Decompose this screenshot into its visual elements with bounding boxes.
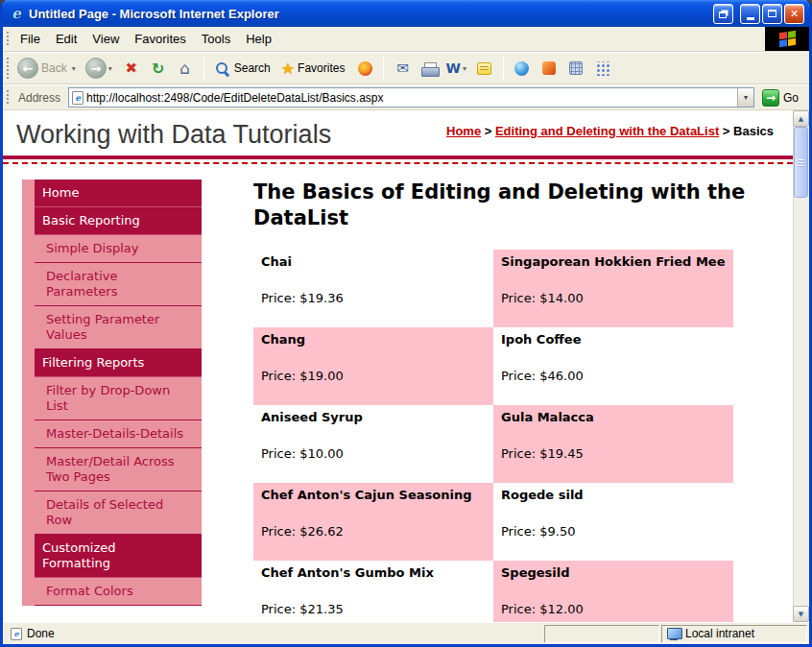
scrollbar-track[interactable] — [793, 127, 809, 606]
favorites-label: Favorites — [298, 61, 345, 75]
home-icon: ⌂ — [179, 59, 190, 78]
edit-dropdown-icon[interactable]: ▾ — [463, 64, 466, 73]
sidebar-item[interactable]: Home — [35, 180, 202, 207]
status-bar: e Done Local intranet — [3, 622, 809, 644]
menubar-grip[interactable] — [6, 31, 11, 47]
media-button[interactable] — [352, 55, 377, 82]
sidebar-item[interactable]: Filtering Reports — [35, 349, 202, 377]
menu-bar: FileEditViewFavoritesToolsHelp — [3, 27, 809, 52]
search-button[interactable]: Search — [210, 60, 276, 78]
mail-button[interactable]: ✉ — [390, 55, 415, 82]
addressbar-grip[interactable] — [6, 89, 11, 106]
toolbar-separator — [383, 57, 384, 80]
breadcrumb: Home > Editing and Deleting with the Dat… — [446, 123, 777, 140]
product-price: Price: $19.00 — [261, 369, 486, 383]
menu-file[interactable]: File — [12, 28, 48, 50]
toolbar-grip[interactable] — [6, 57, 11, 80]
close-button[interactable]: ✕ — [784, 4, 804, 24]
product-name: Chef Anton's Gumbo Mix — [261, 565, 486, 580]
minimize-button[interactable] — [740, 4, 760, 24]
product-price: Price: $12.00 — [501, 602, 726, 616]
messenger-button[interactable] — [510, 55, 535, 82]
forward-button[interactable]: → ▾ — [83, 56, 117, 81]
sidebar-item[interactable]: Setting Parameter Values — [35, 306, 202, 349]
favorites-button[interactable]: ★ Favorites — [278, 58, 351, 80]
scroll-up-button[interactable]: ▲ — [793, 110, 809, 127]
product-cell: Ipoh CoffeePrice: $46.00 — [493, 327, 733, 405]
scrollbar-thumb[interactable] — [794, 127, 808, 198]
product-cell: ChaiPrice: $19.36 — [253, 250, 493, 327]
product-name: Gula Malacca — [501, 410, 726, 424]
grid-button[interactable] — [590, 55, 615, 82]
edit-in-word-button[interactable]: W ▾ — [443, 55, 469, 82]
arrow-down-icon: ▼ — [799, 611, 803, 618]
window-extra-button[interactable] — [713, 4, 733, 24]
print-button[interactable] — [417, 55, 442, 82]
breadcrumb-current: Basics — [733, 124, 774, 138]
page-icon: e — [72, 91, 84, 105]
calculator-button[interactable] — [563, 55, 588, 82]
sidebar-item[interactable]: Master/Detail Across Two Pages — [35, 448, 202, 491]
forward-dropdown-icon[interactable]: ▾ — [108, 64, 112, 73]
product-price: Price: $19.36 — [261, 291, 486, 305]
sidebar-item[interactable]: Format Colors — [35, 578, 202, 606]
product-price: Price: $14.00 — [501, 291, 726, 305]
intranet-icon — [667, 628, 681, 640]
research-button[interactable] — [537, 55, 561, 82]
breadcrumb-separator: > — [719, 124, 733, 138]
maximize-button[interactable] — [762, 4, 782, 24]
mail-icon: ✉ — [396, 60, 409, 77]
menu-items: FileEditViewFavoritesToolsHelp — [12, 27, 279, 51]
menu-favorites[interactable]: Favorites — [127, 28, 193, 50]
menu-edit[interactable]: Edit — [48, 28, 84, 50]
ie-brand-block — [765, 27, 809, 51]
site-title: Working with Data Tutorials — [16, 120, 331, 150]
product-cell: SpegesildPrice: $12.00 — [493, 561, 733, 622]
go-arrow-icon: → — [762, 89, 779, 107]
page-header: Working with Data Tutorials Home > Editi… — [3, 110, 793, 159]
page: Working with Data Tutorials Home > Editi… — [3, 110, 793, 622]
toolbar-separator — [503, 57, 504, 80]
refresh-button[interactable]: ↻ — [146, 55, 171, 82]
sidebar-item[interactable]: Simple Display — [35, 235, 202, 263]
sidebar-item[interactable]: Basic Reporting — [35, 207, 202, 235]
sidebar-item[interactable]: Declarative Parameters — [35, 263, 202, 306]
page-title: The Basics of Editing and Deleting with … — [253, 180, 772, 231]
product-cell: Rogede sildPrice: $9.50 — [493, 483, 733, 561]
grid-icon — [595, 61, 609, 76]
address-combo[interactable]: e ▾ — [68, 87, 754, 108]
word-edit-icon: W — [445, 60, 460, 76]
ie-logo-icon: e — [9, 5, 24, 22]
sidebar-item[interactable]: Details of Selected Row — [35, 491, 202, 535]
home-button[interactable]: ⌂ — [173, 55, 198, 82]
product-cell: Singaporean Hokkien Fried MeePrice: $14.… — [493, 250, 733, 327]
sidebar-item[interactable]: Customized Formatting — [35, 535, 202, 578]
menu-view[interactable]: View — [84, 28, 127, 50]
back-dropdown-icon[interactable]: ▾ — [72, 64, 76, 73]
address-dropdown-icon[interactable]: ▾ — [737, 88, 753, 107]
stop-button[interactable]: ✖ — [119, 55, 144, 82]
discuss-button[interactable] — [472, 55, 497, 82]
sidebar-item[interactable]: Filter by Drop-Down List — [35, 377, 202, 420]
menu-help[interactable]: Help — [238, 28, 279, 50]
product-name: Ipoh Coffee — [501, 332, 726, 347]
breadcrumb-separator: > — [481, 124, 495, 138]
breadcrumb-link[interactable]: Editing and Deleting with the DataList — [495, 124, 719, 138]
print-icon — [421, 62, 438, 75]
go-button[interactable]: → Go — [758, 87, 806, 108]
back-button[interactable]: ← Back ▾ — [14, 56, 81, 81]
product-cell: Chef Anton's Cajun SeasoningPrice: $26.6… — [253, 483, 493, 561]
sidebar-item[interactable]: Master-Details-Details — [35, 420, 202, 448]
scroll-down-button[interactable]: ▼ — [793, 606, 809, 622]
maximize-icon — [768, 10, 776, 17]
search-label: Search — [234, 61, 271, 75]
breadcrumb-link[interactable]: Home — [446, 124, 481, 138]
product-grid: ChaiPrice: $19.36Singaporean Hokkien Fri… — [253, 250, 733, 622]
product-name: Chang — [261, 332, 486, 347]
vertical-scrollbar[interactable]: ▲ ▼ — [793, 110, 809, 622]
address-input[interactable] — [84, 91, 737, 105]
product-name: Chef Anton's Cajun Seasoning — [261, 488, 486, 502]
menu-tools[interactable]: Tools — [194, 28, 238, 50]
product-cell: Gula MalaccaPrice: $19.45 — [493, 405, 733, 483]
media-icon — [358, 61, 372, 76]
